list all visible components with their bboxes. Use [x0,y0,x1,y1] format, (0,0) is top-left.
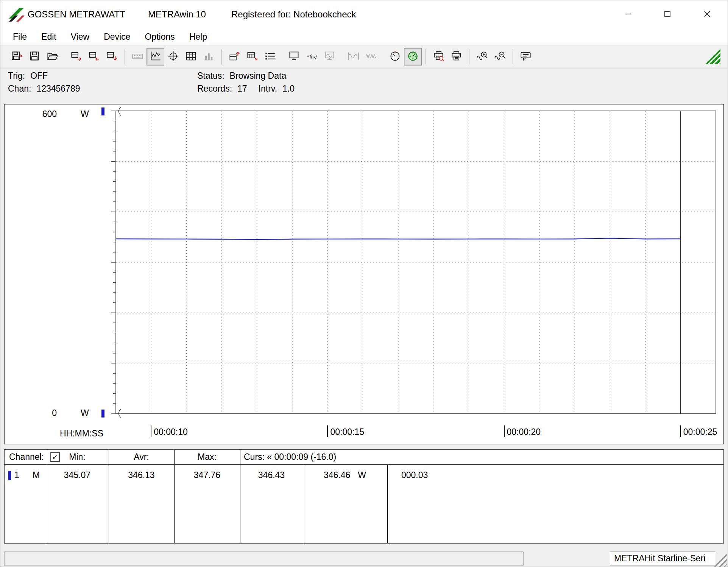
meter-clock-button[interactable] [386,48,404,65]
envelope-curve-button[interactable] [362,48,380,65]
header-divider [5,464,723,465]
cursor-b-value: 346.46W [303,470,387,480]
menu-item-edit[interactable]: Edit [34,31,64,43]
zoom-wave-h-icon [476,51,488,63]
toolbar-separator [221,49,222,64]
toolbar: =f(x) [0,45,728,69]
import-window-button[interactable] [85,48,103,65]
compare-curves-button[interactable] [345,48,362,65]
min-value: 345.07 [46,470,109,480]
maximize-button[interactable] [656,6,678,22]
gauge-green-icon [407,51,419,63]
toolbar-separator [513,49,513,64]
toolbar-separator [125,49,125,64]
device-name-field: METRAHit Starline-Seri [610,551,715,566]
app-name: METRAwin 10 [148,9,206,20]
column-divider [240,450,240,543]
status-bar: METRAHit Starline-Seri [0,549,728,567]
printer-icon [451,51,462,63]
column-divider [46,450,46,543]
monitor-icon [288,51,300,63]
crosshair-view-button[interactable] [164,48,182,65]
channel-mode: M [33,470,40,480]
wave-dense-icon [365,51,377,63]
numeric-view-button[interactable] [129,48,147,65]
window-arrow-right-icon [70,51,82,63]
channel-number: 1 [14,470,19,480]
toolbar-separator [469,49,469,64]
title-bar: GOSSEN METRAWATT METRAwin 10 Registered … [0,0,728,28]
column-divider [109,450,109,543]
floppy-icon [29,51,41,63]
registered-for-text: Registered for: Notebookcheck [231,9,356,20]
open-button[interactable] [44,48,61,65]
table-header-channel: Channel: [9,452,44,462]
live-meter-button[interactable] [404,48,422,65]
save-button[interactable] [26,48,44,65]
app-window: GOSSEN METRAWATT METRAwin 10 Registered … [0,0,728,567]
close-icon [703,10,711,18]
recording-status: Status:Browsing Data [197,71,286,81]
folder-open-icon [47,51,58,63]
statusbar-message-area [4,551,524,566]
waveform-plot[interactable] [5,104,723,444]
minimize-icon [624,10,631,18]
monitor-button[interactable] [285,48,303,65]
formula-button[interactable]: =f(x) [303,48,321,65]
max-value: 347.76 [174,470,240,480]
zoom-value-button[interactable] [491,48,509,65]
crosshair-icon [167,51,179,63]
cursor-a-value: 346.43 [240,470,303,480]
minimize-button[interactable] [617,6,639,22]
x-tick-label: 00:00:10 [151,425,188,437]
export-device-button[interactable] [103,48,121,65]
menu-item-view[interactable]: View [64,31,97,43]
channel-id: Chan:123456789 [8,84,80,94]
table-header-cursor: Curs: « 00:00:09 (-16.0) [244,452,336,462]
zoom-time-button[interactable] [473,48,491,65]
menu-item-file[interactable]: File [6,31,34,43]
window-arrow-left-icon [88,51,100,63]
zoom-wave-v-icon [494,51,506,63]
menu-item-help[interactable]: Help [182,31,214,43]
window-grid-button[interactable] [243,48,261,65]
table-view-button[interactable] [182,48,200,65]
channel-color-marker [8,471,11,480]
window-arrow-down-icon [106,51,118,63]
x-tick-label: 00:00:20 [504,425,541,437]
print-preview-button[interactable] [430,48,447,65]
y-axis-unit-top: W [81,109,89,119]
monitor-curve-button[interactable] [321,48,338,65]
column-divider [387,465,388,543]
channel-list-button[interactable] [261,48,279,65]
measurement-table: Channel: ✓ Min: Avr: Max: Curs: « 00:00:… [4,449,724,544]
avr-value: 346.13 [109,470,174,480]
menu-item-device[interactable]: Device [97,31,137,43]
hint-button[interactable] [517,48,535,65]
brand-title: GOSSEN METRAWATT [28,9,125,20]
y-axis-max-label: 600 [27,109,57,119]
print-button[interactable] [447,48,465,65]
menu-item-options[interactable]: Options [137,31,182,43]
monitor-wave-icon [324,51,335,63]
window-arrow-up-icon [229,51,240,63]
curve-view-button[interactable] [147,48,164,65]
toolbar-separator [426,49,426,64]
wave-split-icon [348,51,359,63]
trigger-status: Trig:OFF [8,71,48,81]
x-tick-label: 00:00:25 [680,425,717,437]
table-header-avr: Avr: [109,452,174,462]
resize-grip[interactable] [713,553,727,567]
x-axis-format-label: HH:MM:SS [60,428,103,439]
table-icon [185,51,197,63]
close-button[interactable] [696,6,718,22]
app-logo-icon [8,6,25,22]
table-header-max: Max: [174,452,240,462]
window-table-icon [246,51,258,63]
bar-view-button[interactable] [200,48,218,65]
svg-text:=f(x): =f(x) [306,53,317,59]
export-window-button[interactable] [67,48,85,65]
window-transfer-button[interactable] [226,48,243,65]
tooltip-icon [520,51,532,63]
store-data-button[interactable] [8,48,26,65]
